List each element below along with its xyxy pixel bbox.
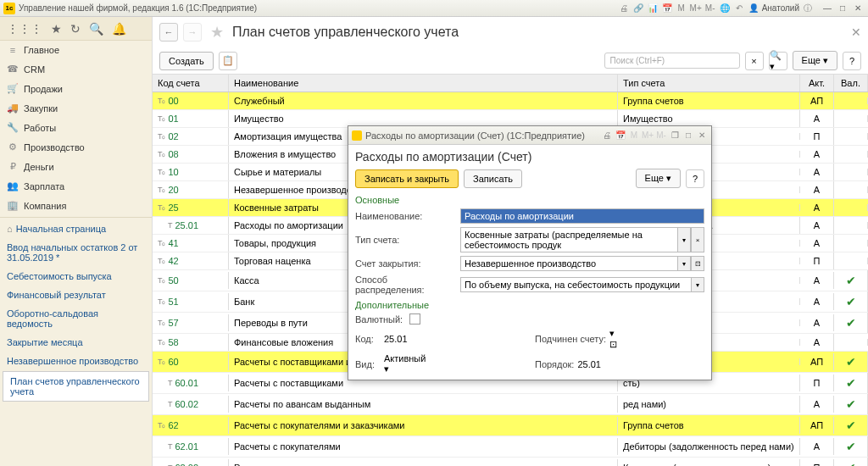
dialog-restore-icon[interactable]: ❐ [669, 130, 681, 141]
dialog-mminus-icon[interactable]: M- [655, 130, 667, 141]
sidebar-item-5[interactable]: ⚙Производство [0, 137, 152, 157]
kind-field[interactable]: Активный [384, 353, 525, 363]
link-icon[interactable]: 🔗 [632, 3, 644, 14]
dialog-more-button[interactable]: Еще ▾ [636, 169, 681, 188]
section-extra: Дополнительные [355, 300, 704, 310]
type-clear-icon[interactable]: × [691, 227, 704, 252]
back-icon[interactable]: ↶ [733, 3, 745, 14]
account-icon: T₀ [158, 358, 166, 366]
table-row[interactable]: T₀ 62 Расчеты с покупателями и заказчика… [153, 415, 868, 436]
dialog-max-icon[interactable]: □ [682, 130, 694, 141]
col-act[interactable]: Акт. [800, 75, 834, 92]
print-icon[interactable]: 🖨 [618, 3, 630, 14]
distrib-field[interactable]: По объему выпуска, на себестоимость прод… [460, 277, 691, 292]
sidebar-link-6[interactable]: Незавершенное производство [0, 352, 152, 370]
history-icon[interactable]: ↻ [70, 22, 81, 36]
sidebar-icon: 🏢 [7, 200, 19, 211]
copy-button[interactable]: 📋 [219, 52, 237, 70]
sidebar-link-1[interactable]: Ввод начальных остатков 2 от 31.05.2019 … [0, 238, 152, 267]
user-icon[interactable]: 👤 [748, 3, 760, 14]
nav-forward-button[interactable]: → [183, 23, 202, 42]
account-icon: T [168, 442, 173, 451]
info-icon[interactable]: ⓘ [802, 3, 814, 14]
dialog-help-button[interactable]: ? [686, 169, 704, 188]
create-button[interactable]: Создать [159, 52, 214, 70]
closing-field[interactable]: Незавершенное производство [460, 256, 677, 271]
search-input[interactable]: Поиск (Ctrl+F) [604, 53, 740, 69]
star-icon[interactable]: ★ [51, 22, 62, 36]
mplus-badge[interactable]: M+ [690, 3, 702, 14]
table-row[interactable]: T 60.02 Расчеты по авансам выданным ред … [153, 394, 868, 415]
col-val[interactable]: Вал. [834, 75, 868, 92]
parent-open-icon[interactable]: ⊡ [609, 339, 704, 350]
sidebar-label: Продажи [24, 84, 63, 94]
save-close-button[interactable]: Записать и закрыть [355, 169, 459, 188]
currency-checkbox[interactable] [409, 313, 420, 325]
mminus-badge[interactable]: M- [704, 3, 716, 14]
account-icon: T [168, 221, 173, 230]
search-clear-button[interactable]: × [745, 52, 764, 70]
search-icon[interactable]: 🔍 [89, 22, 103, 36]
name-field[interactable]: Расходы по амортизации [460, 208, 704, 224]
col-type[interactable]: Тип счета [618, 75, 800, 92]
bell-icon[interactable]: 🔔 [112, 22, 126, 36]
sidebar-item-4[interactable]: 🔧Работы [0, 118, 152, 137]
apps-icon[interactable]: ⋮⋮⋮ [7, 22, 42, 36]
code-field[interactable]: 25.01 [384, 334, 452, 344]
sidebar-label: Главное [24, 45, 59, 55]
account-icon: T₀ [158, 114, 166, 123]
type-field[interactable]: Косвенные затраты (распределяемые на себ… [460, 227, 677, 252]
sidebar-item-3[interactable]: 🚚Закупки [0, 98, 152, 118]
dialog-close-icon[interactable]: ✕ [696, 130, 708, 141]
section-main: Основные [355, 195, 704, 205]
account-icon: T₀ [158, 168, 166, 176]
save-button[interactable]: Записать [464, 169, 522, 188]
globe-icon[interactable]: 🌐 [719, 3, 731, 14]
table-row[interactable]: T 62.01 Расчеты с покупателями Дебиторы … [153, 436, 868, 458]
search-go-button[interactable]: 🔍 ▾ [769, 52, 787, 70]
account-icon: T₀ [158, 239, 166, 247]
sidebar-item-1[interactable]: ☎CRM [0, 59, 152, 79]
calendar-icon[interactable]: 📅 [661, 3, 673, 14]
account-icon: T₀ [158, 421, 166, 430]
more-button[interactable]: Еще ▾ [793, 51, 837, 70]
sidebar-link-2[interactable]: Себестоимость выпуска [0, 267, 152, 286]
type-dropdown-icon[interactable]: ▾ [677, 227, 691, 252]
sidebar-link-4[interactable]: Оборотно-сальдовая ведомость [0, 304, 152, 333]
sidebar-item-8[interactable]: 🏢Компания [0, 196, 152, 215]
kind-dropdown-icon[interactable]: ▾ [384, 363, 525, 374]
dialog-print-icon[interactable]: 🖨 [601, 130, 613, 141]
sidebar-link-3[interactable]: Финансовый результат [0, 286, 152, 304]
dialog-titlebar[interactable]: Расходы по амортизации (Счет) (1С:Предпр… [348, 126, 711, 145]
order-field[interactable]: 25.01 [577, 359, 601, 369]
closing-dropdown-icon[interactable]: ▾ [677, 256, 691, 271]
sidebar-item-2[interactable]: 🛒Продажи [0, 79, 152, 98]
m-badge[interactable]: M [676, 3, 687, 14]
sidebar-item-7[interactable]: 👥Зарплата [0, 176, 152, 196]
closing-open-icon[interactable]: ⊡ [691, 256, 704, 271]
nav-back-button[interactable]: ← [159, 23, 178, 42]
close-icon[interactable]: ✕ [851, 3, 865, 14]
command-bar: Создать 📋 Поиск (Ctrl+F) × 🔍 ▾ Еще ▾ ? [153, 47, 868, 74]
table-row[interactable]: T 62.02 Расчеты по авансам полученным Кр… [153, 458, 868, 466]
help-button[interactable]: ? [843, 52, 861, 70]
sidebar-link-7[interactable]: План счетов управленческого учета [3, 371, 149, 402]
page-close-icon[interactable]: ✕ [851, 25, 861, 39]
table-row[interactable]: T₀ 00 Служебный Группа счетов АП [153, 92, 868, 110]
label-closing: Счет закрытия: [355, 258, 457, 269]
sidebar-link-5[interactable]: Закрытие месяца [0, 333, 152, 352]
distrib-dropdown-icon[interactable]: ▾ [691, 277, 704, 292]
minimize-icon[interactable]: — [821, 3, 834, 14]
col-code[interactable]: Код счета [153, 75, 229, 92]
favorite-icon[interactable]: ★ [210, 23, 224, 42]
calc-icon[interactable]: 📊 [647, 3, 659, 14]
col-name[interactable]: Наименование [229, 75, 618, 92]
sidebar-item-0[interactable]: ≡Главное [0, 41, 152, 59]
parent-dropdown-icon[interactable]: ▾ [609, 328, 704, 339]
dialog-mplus-icon[interactable]: M+ [642, 130, 654, 141]
maximize-icon[interactable]: □ [836, 3, 849, 14]
sidebar-item-6[interactable]: ₽Деньги [0, 157, 152, 176]
sidebar-link-0[interactable]: ⌂Начальная страница [0, 219, 152, 238]
dialog-calendar-icon[interactable]: 📅 [615, 130, 626, 141]
dialog-m-icon[interactable]: M [628, 130, 640, 141]
